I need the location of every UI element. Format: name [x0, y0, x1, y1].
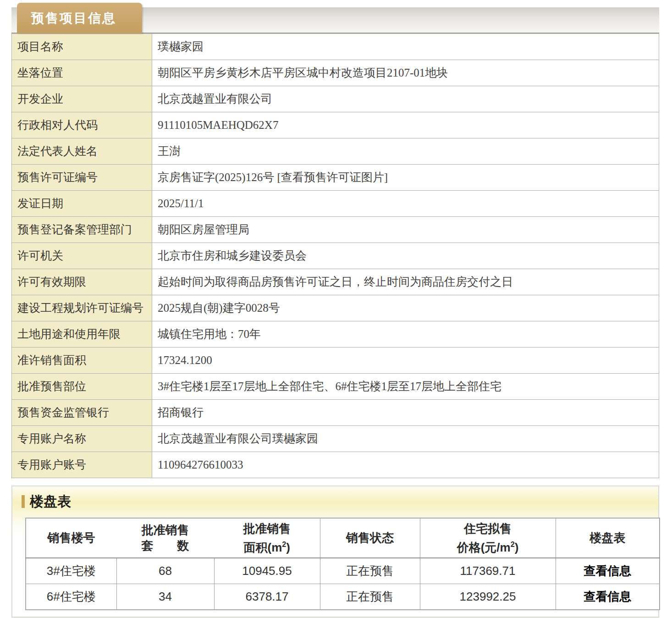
info-value: 朝阳区房屋管理局: [152, 217, 659, 243]
info-label: 批准预售部位: [12, 374, 152, 400]
info-row: 预售资金监管银行 招商银行: [12, 400, 659, 426]
info-row: 项目名称 璞樾家园: [12, 34, 659, 60]
info-value: 17324.1200: [152, 348, 659, 374]
info-label: 预售登记备案管理部门: [12, 217, 152, 243]
info-row: 法定代表人姓名 王澍: [12, 138, 659, 165]
info-value: 京房售证字(2025)126号 [查看预售许可证图片]: [152, 165, 659, 191]
info-value: 王澍: [152, 138, 659, 165]
area-cell: 10945.95: [214, 558, 320, 584]
building-table-panel: 楼盘表 销售楼号 批准销售 套 数 批准销售 面积(m2) 销售状态 住宅拟售 …: [11, 486, 659, 618]
info-row: 建设工程规划许可证编号 2025规自(朝)建字0028号: [12, 295, 659, 321]
col-header-building-table: 楼盘表: [556, 518, 660, 558]
info-row: 坐落位置 朝阳区平房乡黄杉木店平房区城中村改造项目2107-01地块: [12, 60, 659, 86]
units-cell: 34: [116, 584, 214, 610]
info-row: 开发企业 北京茂越置业有限公司: [12, 86, 659, 112]
info-label: 准许销售面积: [12, 348, 152, 374]
info-label: 预售许可证编号: [12, 165, 152, 191]
info-label: 项目名称: [12, 34, 152, 60]
info-row: 行政相对人代码 91110105MAEHQD62X7: [12, 112, 659, 138]
info-label: 专用账户账号: [12, 452, 152, 478]
building-table-section-title: 楼盘表: [30, 492, 71, 511]
col-header-approved-area: 批准销售 面积(m2): [214, 518, 320, 558]
info-label: 许可机关: [12, 243, 152, 269]
info-label: 开发企业: [12, 86, 152, 112]
price-cell: 123992.25: [420, 584, 556, 610]
presale-info-table: 项目名称 璞樾家园 坐落位置 朝阳区平房乡黄杉木店平房区城中村改造项目2107-…: [11, 33, 659, 478]
tab-strip: 预售项目信息: [11, 0, 659, 33]
info-row: 预售许可证编号 京房售证字(2025)126号 [查看预售许可证图片]: [12, 165, 659, 191]
info-value: 北京茂越置业有限公司: [152, 86, 659, 112]
info-label: 行政相对人代码: [12, 112, 152, 138]
table-row: 6#住宅楼 34 6378.17 正在预售 123992.25 查看信息: [26, 584, 660, 610]
info-row: 准许销售面积 17324.1200: [12, 348, 659, 374]
info-row: 批准预售部位 3#住宅楼1层至17层地上全部住宅、6#住宅楼1层至17层地上全部…: [12, 374, 659, 400]
info-row: 专用账户名称 北京茂越置业有限公司璞樾家园: [12, 426, 659, 452]
info-row: 预售登记备案管理部门 朝阳区房屋管理局: [12, 217, 659, 243]
info-value: 3#住宅楼1层至17层地上全部住宅、6#住宅楼1层至17层地上全部住宅: [152, 374, 659, 400]
presale-info-tab[interactable]: 预售项目信息: [17, 3, 142, 33]
info-row: 发证日期 2025/11/1: [12, 191, 659, 217]
building-name-cell: 6#住宅楼: [26, 584, 116, 610]
building-table-section-header: 楼盘表: [22, 494, 658, 509]
info-value: 110964276610033: [152, 452, 659, 478]
building-table: 销售楼号 批准销售 套 数 批准销售 面积(m2) 销售状态 住宅拟售 价格(元…: [25, 518, 660, 610]
info-row: 许可机关 北京市住房和城乡建设委员会: [12, 243, 659, 269]
info-value: 2025/11/1: [152, 191, 659, 217]
info-value: 招商银行: [152, 400, 659, 426]
info-value: 北京茂越置业有限公司璞樾家园: [152, 426, 659, 452]
info-row: 专用账户账号 110964276610033: [12, 452, 659, 478]
units-cell: 68: [116, 558, 214, 584]
building-name-cell: 3#住宅楼: [26, 558, 116, 584]
info-row: 土地用途和使用年限 城镇住宅用地：70年: [12, 321, 659, 348]
info-row: 许可有效期限 起始时间为取得商品房预售许可证之日，终止时间为商品住房交付之日: [12, 269, 659, 295]
section-title-bar-icon: [22, 495, 25, 508]
col-header-approved-units: 批准销售 套 数: [116, 518, 214, 558]
license-number-text: 京房售证字(2025)126号: [158, 171, 274, 183]
page-container: 预售项目信息 项目名称 璞樾家园 坐落位置 朝阳区平房乡黄杉木店平房区城中村改造…: [11, 0, 659, 618]
view-building-info-link[interactable]: 查看信息: [556, 584, 660, 610]
info-label: 预售资金监管银行: [12, 400, 152, 426]
col-header-building-no: 销售楼号: [26, 518, 116, 558]
info-label: 许可有效期限: [12, 269, 152, 295]
info-value: 91110105MAEHQD62X7: [152, 112, 659, 138]
info-label: 坐落位置: [12, 60, 152, 86]
info-label: 建设工程规划许可证编号: [12, 295, 152, 321]
info-value: 起始时间为取得商品房预售许可证之日，终止时间为商品住房交付之日: [152, 269, 659, 295]
area-cell: 6378.17: [214, 584, 320, 610]
price-cell: 117369.71: [420, 558, 556, 584]
info-label: 法定代表人姓名: [12, 138, 152, 165]
info-value: 城镇住宅用地：70年: [152, 321, 659, 348]
status-cell: 正在预售: [320, 558, 420, 584]
presale-info-tab-label: 预售项目信息: [31, 10, 116, 27]
view-building-info-link[interactable]: 查看信息: [556, 558, 660, 584]
info-label: 发证日期: [12, 191, 152, 217]
info-value: 北京市住房和城乡建设委员会: [152, 243, 659, 269]
info-value: 朝阳区平房乡黄杉木店平房区城中村改造项目2107-01地块: [152, 60, 659, 86]
view-presale-license-image-link[interactable]: [查看预售许可证图片]: [277, 171, 388, 183]
info-value: 2025规自(朝)建字0028号: [152, 295, 659, 321]
info-label: 专用账户名称: [12, 426, 152, 452]
col-header-sale-status: 销售状态: [320, 518, 420, 558]
col-header-proposed-price: 住宅拟售 价格(元/m2): [420, 518, 556, 558]
info-label: 土地用途和使用年限: [12, 321, 152, 348]
table-row: 3#住宅楼 68 10945.95 正在预售 117369.71 查看信息: [26, 558, 660, 584]
building-table-header-row: 销售楼号 批准销售 套 数 批准销售 面积(m2) 销售状态 住宅拟售 价格(元…: [26, 518, 660, 558]
info-value: 璞樾家园: [152, 34, 659, 60]
status-cell: 正在预售: [320, 584, 420, 610]
